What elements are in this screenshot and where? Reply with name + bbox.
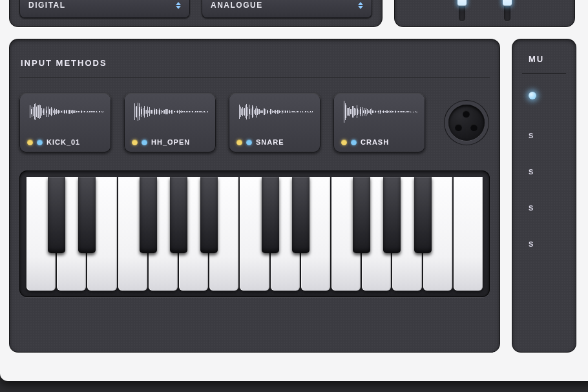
- mode-dropdown-2[interactable]: ANALOGUE: [202, 0, 372, 18]
- dropdown-label: ANALOGUE: [211, 1, 263, 10]
- black-key[interactable]: [48, 177, 65, 253]
- led-blue-icon: [142, 139, 147, 145]
- black-key[interactable]: [78, 177, 96, 253]
- divider: [522, 73, 566, 74]
- waveform-icon: [132, 99, 208, 124]
- black-key[interactable]: [353, 177, 370, 253]
- sample-pad-hihat[interactable]: HH_OPEN: [124, 93, 216, 152]
- sample-pads-row: KICK_01 HH_OPEN SNARE: [19, 93, 490, 152]
- side-label: S: [522, 132, 566, 139]
- pad-label-row: SNARE: [236, 138, 313, 146]
- stepper-arrows-icon[interactable]: [358, 2, 363, 9]
- black-key[interactable]: [200, 177, 218, 253]
- black-key[interactable]: [140, 177, 157, 253]
- led-yellow-icon: [236, 139, 242, 145]
- waveform-icon: [341, 99, 417, 124]
- side-panel-title: MU: [522, 54, 566, 64]
- led-blue-icon: [37, 139, 43, 145]
- side-label: S: [522, 204, 566, 212]
- vertical-slider-1[interactable]: [459, 0, 465, 21]
- pad-name: SNARE: [256, 138, 284, 146]
- status-led-icon: [529, 92, 536, 99]
- led-blue-icon: [246, 139, 252, 145]
- stepper-arrows-icon[interactable]: [176, 2, 181, 9]
- sample-pad-crash[interactable]: CRASH: [333, 93, 425, 152]
- section-title: INPUT METHODS: [21, 58, 490, 68]
- led-blue-icon: [351, 139, 357, 145]
- white-key[interactable]: [454, 177, 483, 291]
- dropdown-label: DIGITAL: [28, 1, 66, 10]
- side-label: S: [522, 240, 566, 248]
- side-panel: MU S S S S: [512, 39, 576, 353]
- level-panel: [394, 0, 575, 27]
- app-frame: DIGITAL ANALOGUE INPUT METHODS: [0, 0, 588, 381]
- keyboard: [19, 170, 490, 297]
- black-key[interactable]: [292, 177, 310, 253]
- pad-name: CRASH: [361, 138, 389, 146]
- black-key[interactable]: [262, 177, 279, 253]
- pad-name: HH_OPEN: [151, 138, 190, 146]
- pad-label-row: CRASH: [341, 138, 417, 146]
- synth-mode-panel: DIGITAL ANALOGUE: [9, 0, 383, 27]
- pad-label-row: KICK_01: [27, 138, 103, 146]
- vertical-slider-2[interactable]: [504, 0, 510, 21]
- waveform-icon: [27, 99, 103, 124]
- led-yellow-icon: [27, 139, 33, 145]
- input-methods-panel: INPUT METHODS KICK_01 HH_OP: [9, 39, 500, 353]
- led-yellow-icon: [341, 139, 347, 145]
- slider-thumb[interactable]: [457, 0, 467, 6]
- side-label: S: [522, 168, 566, 176]
- black-key[interactable]: [383, 177, 401, 253]
- sample-pad-kick[interactable]: KICK_01: [19, 93, 111, 152]
- pad-name: KICK_01: [47, 138, 80, 146]
- black-key[interactable]: [414, 177, 432, 253]
- mode-dropdown-1[interactable]: DIGITAL: [19, 0, 190, 18]
- pad-label-row: HH_OPEN: [132, 138, 208, 146]
- xlr-input-jack[interactable]: [448, 105, 485, 141]
- divider: [19, 77, 490, 77]
- black-key[interactable]: [170, 177, 187, 253]
- waveform-icon: [236, 99, 313, 124]
- sample-pad-snare[interactable]: SNARE: [229, 93, 320, 152]
- slider-thumb[interactable]: [503, 0, 512, 6]
- led-yellow-icon: [132, 139, 138, 145]
